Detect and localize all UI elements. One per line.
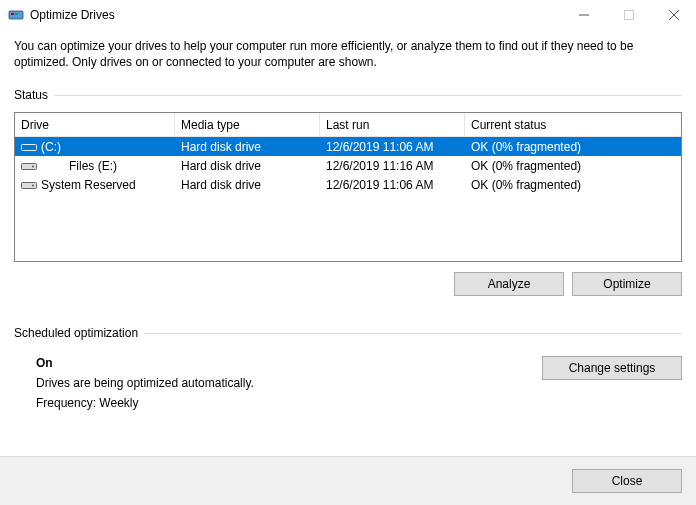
window-title: Optimize Drives — [30, 8, 115, 22]
drive-name: Files (E:) — [69, 159, 117, 173]
status-label: Status — [14, 88, 48, 102]
col-header-media[interactable]: Media type — [175, 113, 320, 136]
intro-text: You can optimize your drives to help you… — [14, 38, 682, 70]
hdd-icon — [21, 179, 37, 191]
hdd-icon — [21, 160, 37, 172]
status-section-label: Status — [14, 88, 682, 102]
close-button[interactable]: Close — [572, 469, 682, 493]
cell-drive: System Reserved — [15, 178, 175, 192]
schedule-freq: Frequency: Weekly — [36, 396, 542, 410]
analyze-button[interactable]: Analyze — [454, 272, 564, 296]
optimize-button[interactable]: Optimize — [572, 272, 682, 296]
schedule-desc: Drives are being optimized automatically… — [36, 376, 542, 390]
cell-media: Hard disk drive — [175, 178, 320, 192]
table-row[interactable]: (C:)Hard disk drive12/6/2019 11:06 AMOK … — [15, 137, 681, 156]
svg-rect-11 — [22, 182, 37, 188]
svg-point-12 — [32, 184, 34, 186]
col-header-status[interactable]: Current status — [465, 113, 681, 136]
table-row[interactable]: Files (E:)Hard disk drive12/6/2019 11:16… — [15, 156, 681, 175]
drive-name: System Reserved — [41, 178, 136, 192]
cell-media: Hard disk drive — [175, 159, 320, 173]
change-settings-button[interactable]: Change settings — [542, 356, 682, 380]
cell-drive: (C:) — [15, 140, 175, 154]
drives-table: Drive Media type Last run Current status… — [14, 112, 682, 262]
close-window-button[interactable] — [651, 0, 696, 30]
svg-rect-4 — [624, 11, 633, 20]
schedule-section-label: Scheduled optimization — [14, 326, 682, 340]
drive-name: (C:) — [41, 140, 61, 154]
cell-drive: Files (E:) — [15, 159, 175, 173]
window-controls — [561, 0, 696, 30]
svg-rect-1 — [11, 13, 14, 15]
svg-point-10 — [32, 165, 34, 167]
table-header: Drive Media type Last run Current status — [15, 113, 681, 137]
schedule-label: Scheduled optimization — [14, 326, 138, 340]
footer: Close — [0, 456, 696, 505]
svg-rect-9 — [22, 163, 37, 169]
cell-last: 12/6/2019 11:16 AM — [320, 159, 465, 173]
cell-status: OK (0% fragmented) — [465, 159, 681, 173]
app-icon — [8, 7, 24, 23]
schedule-on: On — [36, 356, 542, 370]
os-drive-icon — [21, 141, 37, 153]
cell-media: Hard disk drive — [175, 140, 320, 154]
titlebar: Optimize Drives — [0, 0, 696, 30]
maximize-button — [606, 0, 651, 30]
cell-status: OK (0% fragmented) — [465, 178, 681, 192]
col-header-drive[interactable]: Drive — [15, 113, 175, 136]
col-header-last[interactable]: Last run — [320, 113, 465, 136]
minimize-button[interactable] — [561, 0, 606, 30]
table-row[interactable]: System ReservedHard disk drive12/6/2019 … — [15, 175, 681, 194]
cell-last: 12/6/2019 11:06 AM — [320, 178, 465, 192]
cell-last: 12/6/2019 11:06 AM — [320, 140, 465, 154]
svg-rect-8 — [23, 146, 26, 149]
svg-rect-2 — [15, 13, 18, 15]
cell-status: OK (0% fragmented) — [465, 140, 681, 154]
